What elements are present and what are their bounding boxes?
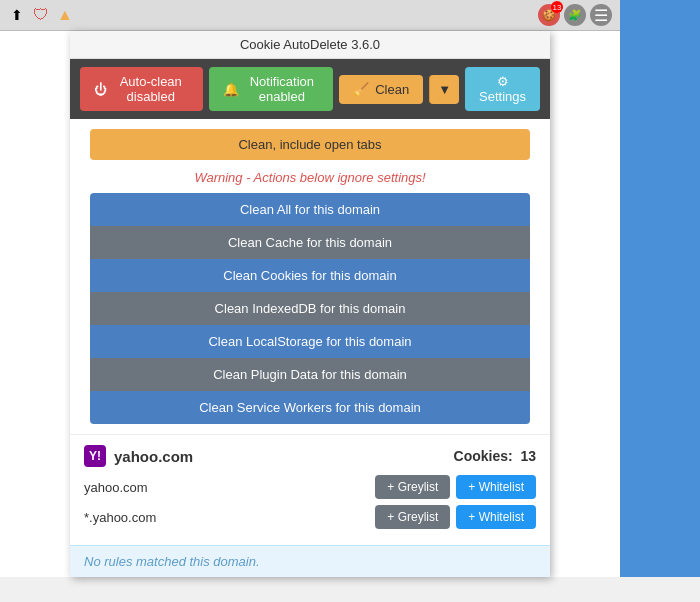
domain-action-button[interactable]: Clean Service Workers for this domain [90,391,530,424]
cookies-count: Cookies: 13 [454,448,536,464]
domain-header: Y! yahoo.com Cookies: 13 [84,445,536,467]
popup-title-bar: Cookie AutoDelete 3.6.0 [70,31,550,59]
cookies-number: 13 [520,448,536,464]
ext-badge: 13 [551,1,563,13]
greylist-button[interactable]: + Greylist [375,475,450,499]
puzzle-icon[interactable]: 🧩 [564,4,586,26]
cookies-label: Cookies: [454,448,513,464]
domain-action-button[interactable]: Clean IndexedDB for this domain [90,292,530,325]
settings-button[interactable]: ⚙ Settings [465,67,540,111]
warning-icon[interactable]: ▲ [56,6,74,24]
auto-clean-label: Auto-clean disabled [113,74,189,104]
domain-actions: Clean All for this domainClean Cache for… [90,193,530,424]
clean-icon: 🧹 [353,82,369,97]
auto-clean-button[interactable]: ⏻ Auto-clean disabled [80,67,203,111]
browser-icons: ⬆ 🛡 ▲ [8,6,74,24]
no-rules-banner: No rules matched this domain. [70,545,550,577]
extension-bar: 🍪 13 🧩 ☰ [538,4,612,26]
clean-button[interactable]: 🧹 Clean [339,75,423,104]
domain-action-button[interactable]: Clean Cookies for this domain [90,259,530,292]
power-icon: ⏻ [94,82,107,97]
clean-include-label: Clean, include open tabs [238,137,381,152]
whitelist-button[interactable]: + Whitelist [456,505,536,529]
domain-section: Y! yahoo.com Cookies: 13 yahoo.com + Gre… [70,434,550,545]
whitelist-button[interactable]: + Whitelist [456,475,536,499]
domain-row: *.yahoo.com + Greylist + Whitelist [84,505,536,529]
toolbar: ⏻ Auto-clean disabled 🔔 Notification ena… [70,59,550,119]
domain-action-button[interactable]: Clean Plugin Data for this domain [90,358,530,391]
domain-row-name: yahoo.com [84,480,148,495]
bell-icon: 🔔 [223,82,239,97]
clean-include-tabs-button[interactable]: Clean, include open tabs [90,129,530,160]
greylist-button[interactable]: + Greylist [375,505,450,529]
domain-title: Y! yahoo.com [84,445,193,467]
popup-container: Cookie AutoDelete 3.6.0 ⏻ Auto-clean dis… [70,31,550,577]
notification-label: Notification enabled [245,74,320,104]
side-panel [620,0,700,577]
domain-name-heading: yahoo.com [114,448,193,465]
menu-icon[interactable]: ☰ [590,4,612,26]
domain-rows: yahoo.com + Greylist + Whitelist *.yahoo… [84,475,536,529]
clean-label: Clean [375,82,409,97]
browser-chrome: ⬆ 🛡 ▲ 🍪 13 🧩 ☰ [0,0,620,31]
warning-text: Warning - Actions below ignore settings! [70,166,550,193]
clean-dropdown-button[interactable]: ▼ [429,75,459,104]
domain-row-buttons: + Greylist + Whitelist [375,475,536,499]
domain-action-button[interactable]: Clean LocalStorage for this domain [90,325,530,358]
yahoo-icon: Y! [84,445,106,467]
popup-title: Cookie AutoDelete 3.6.0 [240,37,380,52]
domain-action-button[interactable]: Clean Cache for this domain [90,226,530,259]
upload-icon[interactable]: ⬆ [8,6,26,24]
chevron-down-icon: ▼ [438,82,451,97]
domain-action-button[interactable]: Clean All for this domain [90,193,530,226]
shield-icon[interactable]: 🛡 [32,6,50,24]
cookie-ext-icon[interactable]: 🍪 13 [538,4,560,26]
domain-row-name: *.yahoo.com [84,510,156,525]
settings-label: ⚙ Settings [479,74,526,104]
domain-row: yahoo.com + Greylist + Whitelist [84,475,536,499]
domain-row-buttons: + Greylist + Whitelist [375,505,536,529]
notification-button[interactable]: 🔔 Notification enabled [209,67,334,111]
no-rules-text: No rules matched this domain. [84,554,260,569]
